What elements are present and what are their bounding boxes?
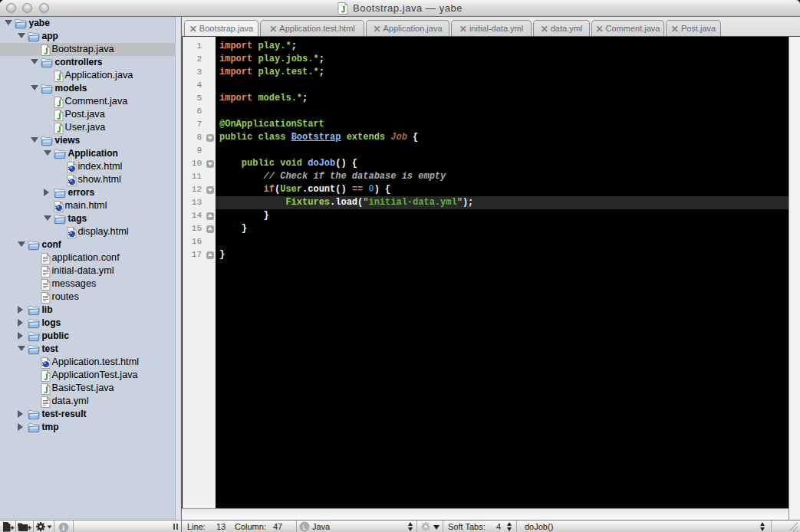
- svg-text:i: i: [62, 523, 64, 531]
- svg-text:L: L: [303, 524, 307, 531]
